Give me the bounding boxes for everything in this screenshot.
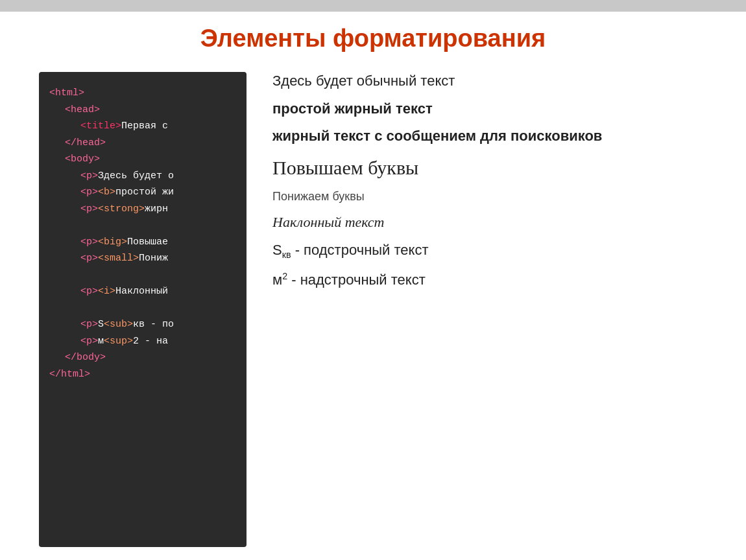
page-title: Элементы форматирования (39, 25, 707, 52)
output-strong: жирный текст с сообщением для поисковико… (272, 127, 707, 146)
text-strong: жирный текст с сообщением для поисковико… (272, 128, 602, 144)
two-column-layout: <html> <head> <title>Первая с </head> <b… (39, 72, 707, 547)
code-line: <p>м<sup>2 - на (49, 333, 236, 350)
text-bold: простой жирный текст (272, 100, 433, 117)
code-line: <p><i>Наклонный (49, 283, 236, 300)
code-line: <p><b>простой жи (49, 184, 236, 201)
code-line: <p>S<sub>кв - по (49, 316, 236, 333)
code-line: <html> (49, 85, 236, 102)
code-line: <head> (49, 102, 236, 119)
output-panel: Здесь будет обычный текст простой жирный… (272, 72, 707, 547)
output-small: Понижаем буквы (272, 189, 707, 204)
code-line: </head> (49, 135, 236, 152)
text-italic: Наклонный текст (272, 214, 384, 230)
output-bold: простой жирный текст (272, 100, 707, 119)
code-line: <p><big>Повышае (49, 234, 236, 251)
code-line: <body> (49, 151, 236, 168)
code-panel: <html> <head> <title>Первая с </head> <b… (39, 72, 247, 547)
code-line: <p><small>Пониж (49, 250, 236, 267)
code-line: </html> (49, 366, 236, 383)
code-line: <p><strong>жирн (49, 201, 236, 218)
sub-text: кв (282, 250, 291, 260)
top-bar (0, 0, 746, 12)
output-italic: Наклонный текст (272, 213, 707, 232)
code-line: </body> (49, 349, 236, 366)
main-content: Элементы форматирования <html> <head> <t… (0, 12, 746, 560)
text-normal: Здесь будет обычный текст (272, 73, 455, 89)
output-sub: Sкв - подстрочный текст (272, 241, 707, 261)
output-big: Повышаем буквы (272, 155, 707, 180)
text-small: Понижаем буквы (272, 190, 365, 203)
code-line (49, 267, 236, 284)
output-sup: м2 - надстрочный текст (272, 270, 707, 290)
text-big: Повышаем буквы (272, 157, 418, 178)
text-superscript: м2 - надстрочный текст (272, 272, 426, 288)
code-line (49, 300, 236, 317)
code-line: <title>Первая с (49, 118, 236, 135)
slide-container: Элементы форматирования <html> <head> <t… (0, 0, 746, 560)
sup-text: 2 (282, 271, 287, 281)
output-normal: Здесь будет обычный текст (272, 72, 707, 91)
text-subscript: Sкв - подстрочный текст (272, 242, 429, 258)
code-line: <p>Здесь будет о (49, 168, 236, 185)
code-line (49, 217, 236, 234)
